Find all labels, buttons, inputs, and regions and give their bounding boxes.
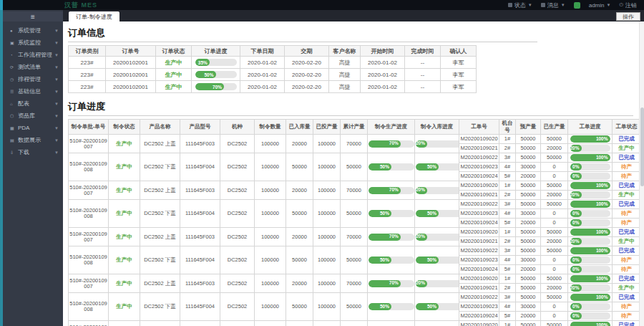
sidebar-item-下载[interactable]: ⇩下载▼	[3, 146, 63, 158]
progress-pill: 100%	[570, 201, 610, 208]
work-order-row[interactable]: 510#-20200109007生产中DC2502 上盖111645F003DC…	[69, 274, 640, 284]
order-row[interactable]: 223#20200102001生产中50%2020-01-022020-02-2…	[69, 69, 477, 81]
logout-button[interactable]: ⏻ 注销	[619, 1, 637, 9]
produced-qty: 0	[541, 265, 568, 274]
finish-time: --	[405, 57, 441, 69]
progress-pill: 100%	[570, 322, 610, 326]
progress-pill: 0%	[570, 303, 610, 310]
order-qty: 100000	[255, 181, 286, 200]
chevron-down-icon: ▼	[54, 138, 59, 143]
work-order-state: 待产	[613, 163, 640, 172]
scrollbar-thumb[interactable]	[640, 107, 644, 186]
vertical-scrollbar[interactable]	[639, 21, 644, 326]
order-status: 生产中	[156, 57, 192, 69]
progress-fill: 50%	[416, 163, 439, 171]
stocked-qty: 20000	[286, 135, 313, 153]
测试清单-icon: ⟳	[10, 64, 18, 69]
配表-icon: ⌂	[10, 102, 18, 106]
column-header: 交期	[285, 46, 329, 57]
produced-qty: 50000	[541, 228, 568, 237]
status-label: 生产中	[116, 257, 132, 263]
status-label: 待产	[621, 257, 632, 263]
topbar-right: 状态 ▼ 消息 ▼ admin ▼ ⏻ 注销	[508, 1, 644, 9]
product-model: 111645F004	[180, 293, 220, 321]
work-order-number: M20200109023	[459, 302, 499, 312]
action-button[interactable]: 操作	[616, 12, 640, 21]
sidebar-item-资品库[interactable]: ⬡资品库▼	[3, 110, 63, 122]
work-order-number: M20200109020	[459, 135, 499, 144]
sidebar-item-数据展示[interactable]: ▤数据展示▼	[3, 134, 63, 146]
planned-qty: 50000	[516, 228, 541, 237]
work-order-row[interactable]: 510#-20200109007生产中DC2502 上盖111645F003DC…	[69, 228, 640, 237]
product-name: DC2502 下盖	[140, 153, 180, 181]
produced-qty: 20000	[541, 284, 568, 293]
progress-fill: 35%	[195, 59, 210, 66]
order-row[interactable]: 223#20200102001生产中70%2020-01-022020-02-2…	[69, 81, 477, 93]
work-order-number: M20200109023	[459, 163, 499, 172]
column-header: 已入库量	[286, 120, 313, 135]
station-number: 1#	[499, 321, 516, 326]
work-order-status: 生产中	[109, 135, 140, 153]
input-qty: 100000	[313, 228, 341, 246]
chevron-down-icon: ▼	[54, 29, 59, 33]
user-menu[interactable]: admin ▼	[589, 2, 611, 9]
progress-fill: 50%	[416, 303, 439, 310]
work-order-state: 已完成	[613, 135, 640, 144]
tab-order-progress[interactable]: 订单-制令进度	[69, 11, 119, 21]
sidebar-item-系统监控[interactable]: ▣系统监控▼	[3, 37, 63, 49]
column-header: 客户名称	[329, 46, 361, 57]
order-row[interactable]: 223#20200102001生产中35%2020-01-022020-02-2…	[69, 57, 477, 69]
app-grid-icon[interactable]	[574, 2, 580, 9]
column-header: 确认人	[441, 46, 477, 57]
progress-fill: 100%	[570, 154, 610, 161]
stock-progress: 20%	[415, 274, 459, 293]
work-order-state: 已完成	[613, 321, 640, 326]
sidebar-item-配表[interactable]: ⌂配表▼	[3, 97, 63, 110]
confirmer: 李军	[441, 81, 477, 93]
work-order-number: M20200109021	[459, 237, 499, 246]
column-header: 订单状态	[156, 46, 192, 57]
work-order-row[interactable]: 510#-20200109008生产中DC2502 下盖111645F004DC…	[69, 200, 640, 209]
work-order-row[interactable]: 510#-20200109007生产中DC2502 上盖111645F003DC…	[69, 135, 640, 144]
sidebar-item-PDA[interactable]: ▦PDA▼	[3, 122, 63, 134]
sidebar-item-基础信息[interactable]: ☰基础信息▼	[3, 85, 63, 97]
status-label: 生产中	[618, 238, 635, 244]
produced-qty: 50000	[541, 153, 568, 163]
collapse-menu-button[interactable]: ≡	[3, 11, 63, 21]
progress-pill: 20%	[570, 191, 610, 198]
work-order-progress: 0%	[568, 172, 613, 181]
order-info-title: 订单信息	[68, 26, 537, 42]
batch-number: 510#-20200109008	[69, 153, 109, 181]
status-menu[interactable]: 状态 ▼	[508, 1, 532, 9]
product-name: DC2502 下盖	[140, 246, 180, 274]
sidebar-item-排程管理[interactable]: ◷排程管理▼	[3, 73, 63, 85]
station-number: 1#	[499, 135, 516, 144]
work-order-row[interactable]: 510#-20200109007生产中DC2502 上盖111645F003DC…	[69, 181, 640, 191]
progress-pill: 100%	[570, 182, 610, 189]
produced-qty: 50000	[541, 293, 568, 302]
status-icon	[508, 3, 512, 7]
progress-fill: 70%	[369, 280, 401, 287]
station-number: 1#	[499, 274, 516, 284]
sidebar: ≡ ●系统管理▼▣系统监控▼◔工作流程管理▼⟳测试清单▼◷排程管理▼☰基础信息▼…	[0, 10, 63, 326]
input-qty: 100000	[313, 200, 341, 228]
work-order-progress: 100%	[568, 200, 613, 209]
progress-fill: 100%	[570, 201, 610, 208]
progress-pill: 20%	[570, 284, 610, 292]
sidebar-item-测试清单[interactable]: ⟳测试清单▼	[3, 61, 63, 73]
produced-qty: 50000	[541, 135, 568, 144]
order-date: 2020-01-02	[240, 81, 285, 93]
sidebar-item-工作流程管理[interactable]: ◔工作流程管理▼	[3, 49, 63, 61]
sidebar-item-系统管理[interactable]: ●系统管理▼	[3, 24, 63, 37]
work-order-row[interactable]: 510#-20200109007生产中DC2502 上盖111645F003DC…	[69, 321, 640, 326]
column-header: 制令单批-单号	[69, 120, 109, 135]
column-header: 订单号	[106, 46, 156, 57]
work-order-row[interactable]: 510#-20200109008生产中DC2502 下盖111645F004DC…	[69, 153, 640, 163]
work-order-row[interactable]: 510#-20200109008生产中DC2502 下盖111645F004DC…	[69, 246, 640, 256]
stocked-qty: 20000	[286, 181, 313, 200]
work-order-row[interactable]: 510#-20200109008生产中DC2502 下盖111645F004DC…	[69, 293, 640, 302]
work-order-state: 待产	[613, 219, 640, 228]
排程管理-icon: ◷	[10, 77, 18, 82]
message-menu[interactable]: 消息 ▼	[541, 1, 565, 9]
start-time: 2020-01-02	[361, 81, 405, 93]
